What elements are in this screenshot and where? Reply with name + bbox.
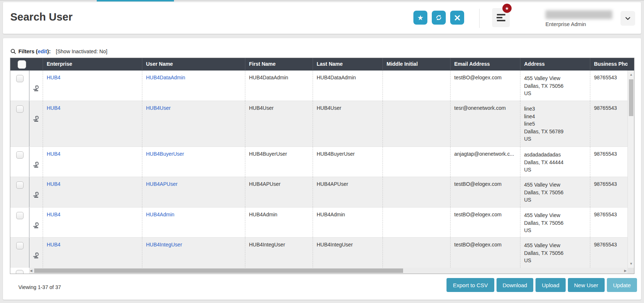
icon-cell[interactable]: [29, 71, 43, 101]
scroll-down-arrow-icon[interactable]: ▼: [628, 262, 634, 266]
search-user-panel: Filters (edit): [Show Inactivated: No] E…: [3, 38, 641, 300]
close-button[interactable]: [450, 11, 464, 25]
vertical-scrollbar[interactable]: ▲ ▼: [627, 71, 634, 268]
export-to-csv-button[interactable]: Export to CSV: [446, 278, 494, 292]
checkbox-cell: [10, 208, 29, 237]
scrollbar-corner: [627, 268, 634, 274]
email-cell: anjagtap@onenetwork.c...: [450, 147, 520, 177]
column-header-last-name[interactable]: Last Name: [313, 58, 383, 71]
first-name-cell: HUB4User: [245, 101, 313, 147]
user-name-link[interactable]: HUB4APUser: [142, 177, 245, 207]
column-header-user-name[interactable]: User Name: [142, 58, 245, 71]
column-header-address[interactable]: Address: [520, 58, 590, 71]
footer-actions: Export to CSVDownloadUploadNew UserUpdat…: [446, 278, 637, 292]
close-icon: [455, 15, 460, 21]
icon-cell[interactable]: [29, 177, 43, 207]
app-window: Search User ★: [0, 0, 644, 303]
icon-cell[interactable]: [29, 101, 43, 147]
business-phone-cell: 98765543: [590, 71, 627, 101]
update-button[interactable]: Update: [607, 278, 637, 292]
icon-cell[interactable]: [29, 147, 43, 177]
vertical-scrollbar-thumb[interactable]: [629, 79, 633, 116]
address-cell: line3line4line5Dallas, TX 56789US: [520, 101, 590, 147]
row-checkbox[interactable]: [16, 75, 24, 82]
filters-value: [Show Inactivated: No]: [56, 48, 107, 54]
enterprise-link[interactable]: HUB4: [43, 238, 142, 268]
user-name-link[interactable]: HUB4User: [142, 101, 245, 147]
user-name-redacted: [545, 10, 612, 19]
filters-bar: Filters (edit): [Show Inactivated: No]: [10, 48, 107, 54]
icon-cell[interactable]: [29, 238, 43, 268]
enterprise-link[interactable]: HUB4: [43, 177, 142, 207]
middle-initial-cell: [383, 147, 450, 177]
row-checkbox[interactable]: [16, 242, 24, 249]
scroll-right-arrow-icon[interactable]: ▶: [624, 269, 627, 273]
row-checkbox[interactable]: [16, 105, 24, 113]
row-checkbox[interactable]: [16, 212, 24, 219]
user-summary-icon: [33, 116, 39, 122]
refresh-button[interactable]: [432, 11, 446, 25]
hamburger-menu-icon: [497, 14, 505, 15]
table-row: HUB4HUB4IntegUserHUB4IntegUserHUB4IntegU…: [10, 238, 634, 268]
user-menu-button[interactable]: [620, 11, 635, 26]
user-name-link[interactable]: HUB4IntegUser: [142, 238, 245, 268]
user-name-link[interactable]: HUB4BuyerUser: [142, 147, 245, 177]
row-checkbox[interactable]: [16, 151, 24, 159]
checkbox-cell: [10, 101, 29, 147]
business-phone-cell: 98765543: [590, 208, 627, 237]
address-cell: 455 Valley ViewDallas, TX 75056US: [520, 177, 590, 207]
horizontal-scrollbar-thumb[interactable]: [34, 268, 403, 273]
page-title: Search User: [10, 11, 72, 23]
record-count-status: Viewing 1-37 of 37: [18, 284, 61, 290]
star-icon: ★: [417, 14, 423, 21]
email-cell: testBO@elogex.com: [450, 208, 520, 237]
row-checkbox[interactable]: [16, 270, 24, 274]
enterprise-link[interactable]: HUB4: [43, 71, 142, 101]
user-name-link[interactable]: HUB4DataAdmin: [142, 71, 245, 101]
column-header-enterprise[interactable]: Enterprise: [43, 58, 142, 71]
middle-initial-cell: [383, 101, 450, 147]
filters-label: Filters (: [18, 48, 38, 54]
user-summary-icon: [33, 162, 39, 168]
last-name-cell: HUB4User: [313, 101, 383, 147]
filters-edit-link[interactable]: edit: [38, 48, 47, 54]
new-user-button[interactable]: New User: [568, 278, 605, 292]
enterprise-link[interactable]: HUB4: [43, 147, 142, 177]
middle-initial-cell: [383, 71, 450, 101]
first-name-cell: HUB4APUser: [245, 177, 313, 207]
column-header-middle-initial[interactable]: Middle Initial: [383, 58, 450, 71]
table-row: HUB4HUB4DataAdminHUB4DataAdminHUB4DataAd…: [10, 71, 634, 101]
checkbox-cell: [10, 177, 29, 207]
address-cell: 455 Valley ViewDallas, TX 75056US: [520, 71, 590, 101]
table-row: HUB4HUB4AdminHUB4AdminHUB4AdmintestBO@el…: [10, 208, 634, 238]
header-toolbar: ★: [413, 11, 464, 25]
select-all-checkbox[interactable]: [18, 60, 26, 69]
horizontal-scrollbar[interactable]: ◀ ▶: [29, 268, 627, 274]
enterprise-link[interactable]: HUB4: [43, 208, 142, 237]
last-name-cell: HUB4DataAdmin: [313, 71, 383, 101]
column-header-first-name[interactable]: First Name: [245, 58, 313, 71]
email-cell: testBO@elogex.com: [450, 177, 520, 207]
business-phone-cell: 98765543: [590, 101, 627, 147]
table-row: HUB4HUB4BuyerUserHUB4BuyerUserHUB4BuyerU…: [10, 147, 634, 177]
first-name-cell: HUB4Admin: [245, 208, 313, 237]
column-header-email-address[interactable]: Email Address: [450, 58, 520, 71]
row-checkbox[interactable]: [16, 181, 24, 189]
user-name-link[interactable]: HUB4Admin: [142, 208, 245, 237]
download-button[interactable]: Download: [497, 278, 534, 292]
enterprise-link[interactable]: HUB4: [43, 101, 142, 147]
users-table: EnterpriseUser NameFirst NameLast NameMi…: [10, 58, 634, 274]
user-role: Enterprise Admin: [545, 21, 619, 27]
last-name-cell: HUB4APUser: [313, 177, 383, 207]
checkbox-cell: [10, 238, 29, 268]
upload-button[interactable]: Upload: [536, 278, 566, 292]
header-checkbox-cell: [10, 58, 29, 71]
favorite-button[interactable]: ★: [413, 11, 427, 25]
scroll-up-arrow-icon[interactable]: ▲: [628, 73, 634, 76]
scroll-left-arrow-icon[interactable]: ◀: [30, 269, 32, 273]
email-cell: tesr@onenetwork.com: [450, 101, 520, 147]
icon-cell[interactable]: [29, 208, 43, 237]
address-cell: 455 Valley ViewDallas, TX 75056US: [520, 238, 590, 268]
column-header-business-phone[interactable]: Business Phone: [590, 58, 627, 71]
middle-initial-cell: [383, 238, 450, 268]
